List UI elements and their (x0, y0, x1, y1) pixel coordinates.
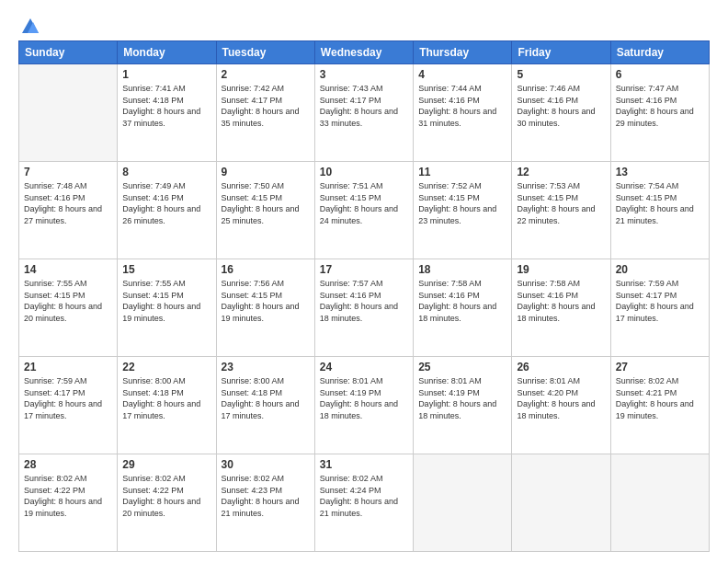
day-number: 12 (517, 166, 605, 178)
day-cell (610, 454, 709, 552)
day-number: 14 (24, 263, 112, 276)
day-info: Sunrise: 8:00 AMSunset: 4:18 PMDaylight:… (122, 375, 210, 421)
day-number: 13 (616, 166, 704, 178)
day-number: 8 (122, 166, 210, 178)
day-cell: 30Sunrise: 8:02 AMSunset: 4:23 PMDayligh… (216, 454, 314, 552)
day-info: Sunrise: 7:42 AMSunset: 4:17 PMDaylight:… (222, 83, 310, 129)
day-number: 28 (24, 458, 112, 471)
day-cell: 22Sunrise: 8:00 AMSunset: 4:18 PMDayligh… (118, 357, 216, 454)
day-cell: 16Sunrise: 7:56 AMSunset: 4:15 PMDayligh… (216, 259, 314, 357)
page: SundayMondayTuesdayWednesdayThursdayFrid… (0, 0, 728, 563)
day-info: Sunrise: 8:02 AMSunset: 4:22 PMDaylight:… (24, 473, 112, 519)
day-number: 11 (418, 166, 506, 178)
day-number: 6 (616, 68, 704, 81)
day-cell: 20Sunrise: 7:59 AMSunset: 4:17 PMDayligh… (610, 259, 709, 357)
day-cell: 19Sunrise: 7:58 AMSunset: 4:16 PMDayligh… (512, 259, 610, 357)
day-info: Sunrise: 8:02 AMSunset: 4:23 PMDaylight:… (222, 473, 310, 519)
day-number: 22 (122, 361, 210, 373)
day-cell: 10Sunrise: 7:51 AMSunset: 4:15 PMDayligh… (314, 162, 413, 259)
weekday-header-friday: Friday (512, 41, 610, 64)
day-cell: 5Sunrise: 7:46 AMSunset: 4:16 PMDaylight… (512, 64, 610, 162)
day-info: Sunrise: 7:43 AMSunset: 4:17 PMDaylight:… (320, 83, 408, 129)
day-cell: 15Sunrise: 7:55 AMSunset: 4:15 PMDayligh… (118, 259, 216, 357)
day-number: 17 (320, 263, 408, 276)
day-cell: 23Sunrise: 8:00 AMSunset: 4:18 PMDayligh… (216, 357, 314, 454)
weekday-header-monday: Monday (118, 41, 216, 64)
day-number: 4 (418, 68, 506, 81)
day-number: 20 (616, 263, 704, 276)
day-info: Sunrise: 7:52 AMSunset: 4:15 PMDaylight:… (418, 180, 506, 226)
day-number: 2 (222, 68, 310, 81)
day-number: 7 (24, 166, 112, 178)
day-info: Sunrise: 8:02 AMSunset: 4:24 PMDaylight:… (320, 473, 408, 519)
day-cell: 8Sunrise: 7:49 AMSunset: 4:16 PMDaylight… (118, 162, 216, 259)
day-info: Sunrise: 7:59 AMSunset: 4:17 PMDaylight:… (616, 278, 704, 324)
weekday-header-wednesday: Wednesday (314, 41, 413, 64)
day-number: 21 (24, 361, 112, 373)
day-number: 25 (418, 361, 506, 373)
day-cell: 17Sunrise: 7:57 AMSunset: 4:16 PMDayligh… (314, 259, 413, 357)
day-info: Sunrise: 7:54 AMSunset: 4:15 PMDaylight:… (616, 180, 704, 226)
day-info: Sunrise: 8:02 AMSunset: 4:21 PMDaylight:… (616, 375, 704, 421)
day-info: Sunrise: 7:47 AMSunset: 4:16 PMDaylight:… (616, 83, 704, 129)
week-row-3: 14Sunrise: 7:55 AMSunset: 4:15 PMDayligh… (19, 259, 710, 357)
week-row-4: 21Sunrise: 7:59 AMSunset: 4:17 PMDayligh… (19, 357, 710, 454)
day-cell: 31Sunrise: 8:02 AMSunset: 4:24 PMDayligh… (314, 454, 413, 552)
day-cell: 14Sunrise: 7:55 AMSunset: 4:15 PMDayligh… (19, 259, 118, 357)
day-number: 1 (122, 68, 210, 81)
day-cell: 7Sunrise: 7:48 AMSunset: 4:16 PMDaylight… (19, 162, 118, 259)
day-info: Sunrise: 7:51 AMSunset: 4:15 PMDaylight:… (320, 180, 408, 226)
day-info: Sunrise: 7:55 AMSunset: 4:15 PMDaylight:… (24, 278, 112, 324)
day-info: Sunrise: 7:55 AMSunset: 4:15 PMDaylight:… (122, 278, 210, 324)
day-info: Sunrise: 7:50 AMSunset: 4:15 PMDaylight:… (222, 180, 310, 226)
day-info: Sunrise: 7:57 AMSunset: 4:16 PMDaylight:… (320, 278, 408, 324)
logo-icon (20, 17, 40, 37)
day-info: Sunrise: 8:01 AMSunset: 4:19 PMDaylight:… (418, 375, 506, 421)
day-number: 27 (616, 361, 704, 373)
weekday-header-row: SundayMondayTuesdayWednesdayThursdayFrid… (19, 41, 710, 64)
header (18, 17, 710, 33)
day-cell: 26Sunrise: 8:01 AMSunset: 4:20 PMDayligh… (512, 357, 610, 454)
calendar: SundayMondayTuesdayWednesdayThursdayFrid… (18, 40, 710, 552)
day-info: Sunrise: 7:41 AMSunset: 4:18 PMDaylight:… (122, 83, 210, 129)
day-info: Sunrise: 8:02 AMSunset: 4:22 PMDaylight:… (122, 473, 210, 519)
day-info: Sunrise: 7:58 AMSunset: 4:16 PMDaylight:… (418, 278, 506, 324)
day-cell: 1Sunrise: 7:41 AMSunset: 4:18 PMDaylight… (118, 64, 216, 162)
day-info: Sunrise: 7:48 AMSunset: 4:16 PMDaylight:… (24, 180, 112, 226)
day-cell: 27Sunrise: 8:02 AMSunset: 4:21 PMDayligh… (610, 357, 709, 454)
day-cell: 21Sunrise: 7:59 AMSunset: 4:17 PMDayligh… (19, 357, 118, 454)
day-cell: 13Sunrise: 7:54 AMSunset: 4:15 PMDayligh… (610, 162, 709, 259)
day-cell: 25Sunrise: 8:01 AMSunset: 4:19 PMDayligh… (414, 357, 512, 454)
weekday-header-thursday: Thursday (414, 41, 512, 64)
day-cell: 6Sunrise: 7:47 AMSunset: 4:16 PMDaylight… (610, 64, 709, 162)
day-number: 31 (320, 458, 408, 471)
day-info: Sunrise: 8:01 AMSunset: 4:20 PMDaylight:… (517, 375, 605, 421)
day-number: 18 (418, 263, 506, 276)
day-info: Sunrise: 7:58 AMSunset: 4:16 PMDaylight:… (517, 278, 605, 324)
day-number: 3 (320, 68, 408, 81)
week-row-2: 7Sunrise: 7:48 AMSunset: 4:16 PMDaylight… (19, 162, 710, 259)
day-cell: 11Sunrise: 7:52 AMSunset: 4:15 PMDayligh… (414, 162, 512, 259)
day-info: Sunrise: 8:01 AMSunset: 4:19 PMDaylight:… (320, 375, 408, 421)
day-info: Sunrise: 7:59 AMSunset: 4:17 PMDaylight:… (24, 375, 112, 421)
day-info: Sunrise: 7:49 AMSunset: 4:16 PMDaylight:… (122, 180, 210, 226)
day-number: 23 (222, 361, 310, 373)
day-number: 16 (222, 263, 310, 276)
day-cell: 9Sunrise: 7:50 AMSunset: 4:15 PMDaylight… (216, 162, 314, 259)
day-cell (414, 454, 512, 552)
day-number: 5 (517, 68, 605, 81)
day-cell (512, 454, 610, 552)
week-row-1: 1Sunrise: 7:41 AMSunset: 4:18 PMDaylight… (19, 64, 710, 162)
day-cell: 4Sunrise: 7:44 AMSunset: 4:16 PMDaylight… (414, 64, 512, 162)
week-row-5: 28Sunrise: 8:02 AMSunset: 4:22 PMDayligh… (19, 454, 710, 552)
day-info: Sunrise: 7:44 AMSunset: 4:16 PMDaylight:… (418, 83, 506, 129)
day-cell (19, 64, 118, 162)
day-cell: 29Sunrise: 8:02 AMSunset: 4:22 PMDayligh… (118, 454, 216, 552)
logo (18, 17, 40, 33)
day-number: 10 (320, 166, 408, 178)
day-cell: 18Sunrise: 7:58 AMSunset: 4:16 PMDayligh… (414, 259, 512, 357)
weekday-header-saturday: Saturday (610, 41, 709, 64)
day-cell: 12Sunrise: 7:53 AMSunset: 4:15 PMDayligh… (512, 162, 610, 259)
day-number: 30 (222, 458, 310, 471)
day-number: 9 (222, 166, 310, 178)
